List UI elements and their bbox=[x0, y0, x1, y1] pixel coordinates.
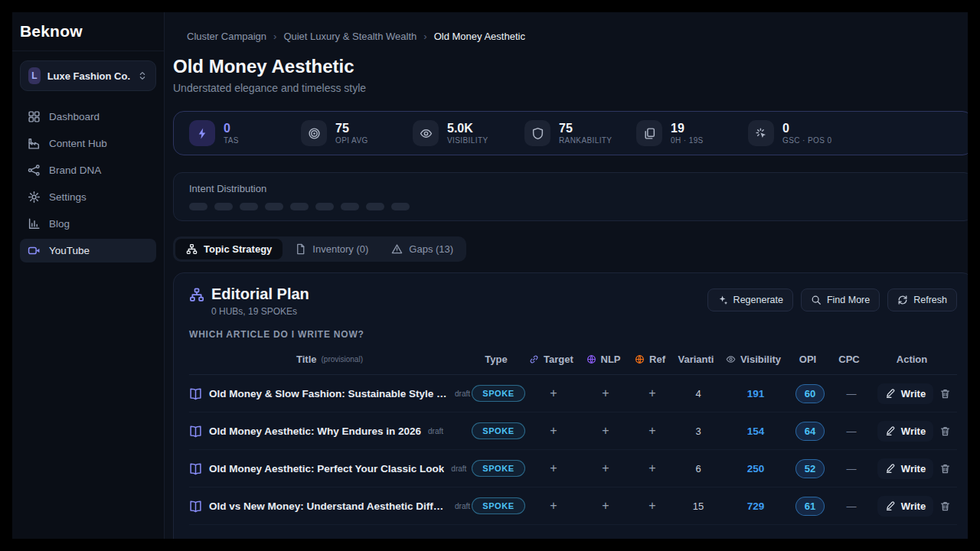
write-button[interactable]: Write bbox=[877, 496, 933, 517]
sidebar-item[interactable]: Content Hub bbox=[20, 132, 156, 155]
add-ref-button[interactable]: + bbox=[648, 462, 655, 474]
stat-tile bbox=[636, 120, 662, 146]
sidebar: Beknow L Luxe Fashion Co. Dashboard Cont… bbox=[12, 12, 165, 539]
breadcrumb-link[interactable]: Cluster Campaign bbox=[187, 31, 266, 42]
breadcrumb-item: Cluster Campaign bbox=[173, 31, 266, 42]
write-button[interactable]: Write bbox=[877, 383, 933, 404]
trash-icon[interactable] bbox=[939, 388, 951, 399]
article-title: Old vs New Money: Understand Aesthetic D… bbox=[209, 500, 448, 512]
add-target-button[interactable]: + bbox=[550, 500, 557, 512]
sidebar-item[interactable]: Brand DNA bbox=[20, 158, 156, 182]
target-cell: + bbox=[527, 387, 580, 399]
page-subtitle: Understated elegance and timeless style bbox=[173, 82, 968, 94]
intent-chip bbox=[265, 203, 283, 210]
table-column-header: NLP bbox=[580, 354, 631, 365]
add-ref-button[interactable]: + bbox=[648, 387, 655, 399]
add-nlp-button[interactable]: + bbox=[602, 387, 609, 399]
sidebar-item[interactable]: YouTube bbox=[20, 239, 156, 262]
article-title-cell[interactable]: Old Money Aesthetic: Why Endures in 2026… bbox=[189, 425, 470, 438]
action-cell: Write bbox=[871, 496, 957, 517]
table-column-header: Action bbox=[871, 354, 957, 365]
tab[interactable]: Topic Strategy bbox=[175, 239, 283, 259]
visibility-value[interactable]: 154 bbox=[747, 425, 765, 437]
breadcrumb-item: › Old Money Aesthetic bbox=[416, 31, 525, 42]
visibility-value[interactable]: 191 bbox=[747, 388, 765, 399]
visibility-value[interactable]: 729 bbox=[747, 500, 765, 512]
sidebar-item-icon bbox=[28, 191, 41, 204]
editorial-action-button[interactable]: Regenerate bbox=[707, 289, 793, 311]
pencil-icon bbox=[885, 425, 896, 436]
pencil-icon bbox=[885, 463, 896, 474]
column-header-label: Ref bbox=[649, 354, 665, 365]
table-column-header: Varianti bbox=[674, 354, 723, 365]
type-cell: SPOKE bbox=[470, 497, 527, 514]
article-title: Old Money & Slow Fashion: Sustainable St… bbox=[209, 388, 448, 399]
tab[interactable]: Gaps (13) bbox=[381, 239, 464, 259]
tab-icon bbox=[391, 243, 403, 255]
editorial-actions: Regenerate Find More Refresh bbox=[707, 289, 957, 311]
sidebar-item[interactable]: Blog bbox=[20, 212, 156, 236]
cpc-cell: — bbox=[831, 425, 871, 437]
stat-icon bbox=[420, 127, 433, 140]
editorial-table: Title (provisional) Type Target bbox=[189, 346, 957, 525]
editorial-action-button[interactable]: Refresh bbox=[887, 289, 957, 311]
stat-item: 0 GSC · POS 0 bbox=[748, 120, 860, 146]
draft-badge: draft bbox=[455, 502, 470, 510]
workspace-selector[interactable]: L Luxe Fashion Co. bbox=[20, 60, 156, 91]
intent-chip bbox=[341, 203, 359, 210]
type-badge: SPOKE bbox=[472, 385, 525, 402]
table-column-header: Ref bbox=[631, 354, 674, 365]
breadcrumb-link[interactable]: Quiet Luxury & Stealth Wealth bbox=[283, 31, 416, 42]
stat-value: 75 bbox=[559, 122, 612, 135]
trash-icon[interactable] bbox=[939, 500, 951, 512]
tab-label: Topic Strategy bbox=[204, 243, 272, 255]
write-button[interactable]: Write bbox=[877, 458, 933, 479]
sidebar-item[interactable]: Dashboard bbox=[20, 105, 156, 129]
write-button[interactable]: Write bbox=[877, 421, 933, 442]
sidebar-item-icon bbox=[28, 164, 41, 177]
editorial-action-button[interactable]: Find More bbox=[801, 289, 880, 311]
tab-label: Gaps (13) bbox=[409, 243, 453, 255]
column-header-sublabel: (provisional) bbox=[322, 355, 363, 364]
breadcrumb-link[interactable]: Old Money Aesthetic bbox=[434, 31, 525, 42]
action-button-label: Regenerate bbox=[733, 295, 783, 305]
add-ref-button[interactable]: + bbox=[648, 425, 655, 437]
write-button-label: Write bbox=[901, 388, 926, 399]
visibility-value[interactable]: 250 bbox=[747, 463, 765, 474]
article-title: Old Money Aesthetic: Perfect Your Classi… bbox=[209, 463, 444, 474]
sidebar-item[interactable]: Settings bbox=[20, 185, 156, 209]
intent-chip bbox=[315, 203, 334, 210]
add-nlp-button[interactable]: + bbox=[602, 462, 609, 474]
add-ref-button[interactable]: + bbox=[648, 500, 655, 512]
article-title-cell[interactable]: Old vs New Money: Understand Aesthetic D… bbox=[189, 500, 470, 513]
ref-cell: + bbox=[631, 387, 674, 399]
table-row: Old Money Aesthetic: Perfect Your Classi… bbox=[189, 450, 957, 487]
visibility-cell: 191 bbox=[723, 388, 789, 399]
trash-icon[interactable] bbox=[939, 463, 951, 474]
stat-label: TAS bbox=[224, 136, 239, 145]
add-target-button[interactable]: + bbox=[550, 387, 557, 399]
add-nlp-button[interactable]: + bbox=[602, 500, 609, 512]
opi-badge: 64 bbox=[795, 422, 825, 441]
tab-label: Inventory (0) bbox=[312, 243, 368, 255]
article-title-cell[interactable]: Old Money Aesthetic: Perfect Your Classi… bbox=[189, 462, 470, 475]
pencil-icon bbox=[885, 500, 896, 511]
stat-item: 75 RANKABILITY bbox=[524, 120, 636, 146]
trash-icon[interactable] bbox=[939, 425, 951, 437]
add-target-button[interactable]: + bbox=[550, 462, 557, 474]
intent-chip bbox=[391, 203, 410, 210]
article-title-cell[interactable]: Old Money & Slow Fashion: Sustainable St… bbox=[189, 387, 470, 400]
add-nlp-button[interactable]: + bbox=[602, 425, 609, 437]
main-content: Cluster Campaign › Quiet Luxury & Stealt… bbox=[165, 12, 968, 539]
nlp-cell: + bbox=[580, 425, 631, 437]
type-badge: SPOKE bbox=[472, 460, 525, 477]
stat-value: 0 bbox=[224, 122, 239, 135]
stat-label: OPI AVG bbox=[335, 136, 368, 145]
add-target-button[interactable]: + bbox=[550, 425, 557, 437]
tab[interactable]: Inventory (0) bbox=[284, 239, 379, 259]
opi-cell: 60 bbox=[789, 384, 831, 403]
stat-item: 75 OPI AVG bbox=[301, 120, 413, 146]
app-logo[interactable]: Beknow bbox=[12, 12, 164, 51]
table-row: Old vs New Money: Understand Aesthetic D… bbox=[189, 487, 957, 525]
column-header-label: NLP bbox=[601, 354, 621, 365]
